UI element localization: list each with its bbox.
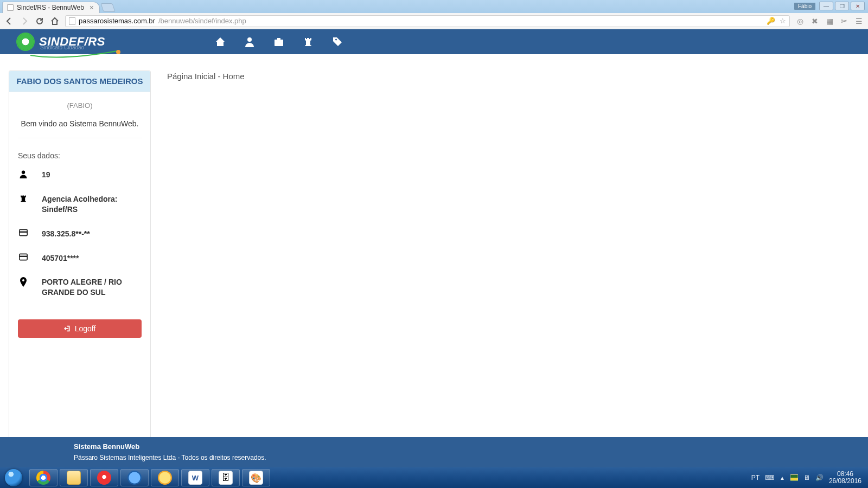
taskbar-app-thunderbird[interactable] (120, 469, 149, 486)
data-doc2-value: 405701**** (42, 253, 79, 264)
data-row-location: PORTO ALEGRE / RIO GRANDE DO SUL (18, 277, 142, 298)
window-maximize-button[interactable]: ❐ (835, 2, 849, 10)
folder-icon (67, 471, 81, 485)
thunderbird-icon (127, 471, 142, 485)
app-icon (97, 471, 111, 485)
forward-button[interactable] (20, 16, 29, 26)
extension-icon[interactable]: ✖ (810, 16, 820, 26)
welcome-text: Bem vindo ao Sistema BennuWeb. (18, 119, 142, 128)
extension-icon[interactable]: ◎ (795, 16, 805, 26)
address-bar[interactable]: passarosistemas.com.br/bennuweb/sindef/i… (65, 15, 790, 27)
tab-title: Sindef/RS - BennuWeb (17, 4, 84, 11)
close-tab-icon[interactable]: × (90, 4, 94, 11)
home-button[interactable] (50, 16, 60, 26)
data-row-id: 19 (18, 170, 142, 180)
tray-date: 26/08/2016 (829, 478, 861, 485)
site-icon (69, 17, 75, 25)
user-icon (18, 170, 29, 178)
tray-clock[interactable]: 08:46 26/08/2016 (829, 471, 861, 485)
app-icon (158, 471, 172, 485)
svg-rect-8 (20, 255, 27, 256)
word-icon: W (188, 471, 202, 485)
url-path: /bennuweb/sindef/index.php (158, 17, 246, 25)
save-password-icon[interactable]: 🔑 (767, 17, 775, 25)
taskbar-app-5[interactable] (151, 469, 179, 486)
browser-toolbar: passarosistemas.com.br/bennuweb/sindef/i… (0, 13, 868, 29)
taskbar-app-explorer[interactable] (60, 469, 88, 486)
chrome-user-badge[interactable]: Fábio (794, 3, 815, 10)
chrome-menu-button[interactable]: ☰ (854, 16, 864, 26)
window-minimize-button[interactable]: — (819, 2, 833, 10)
back-button[interactable] (4, 16, 14, 26)
app-logo[interactable]: SINDEF/RS Sindicato Cidadão (16, 33, 105, 51)
user-card-name: FABIO DOS SANTOS MEDEIROS (9, 71, 150, 92)
data-row-doc2: 405701**** (18, 253, 142, 264)
section-title: Seus dados: (18, 151, 142, 160)
user-nick: (FABIO) (18, 101, 142, 110)
breadcrumb: Página Inicial - Home (167, 70, 245, 488)
nav-home-icon[interactable] (214, 35, 227, 48)
logo-swoosh-icon (30, 50, 123, 60)
start-button[interactable] (0, 467, 27, 488)
logout-icon (64, 325, 72, 332)
data-id-value: 19 (42, 170, 50, 180)
tray-keyboard-icon[interactable]: ⌨ (765, 474, 774, 481)
new-tab-button[interactable] (100, 3, 115, 12)
windows-orb-icon (5, 469, 22, 486)
data-agency-value: Agencia Acolhedora: Sindef/RS (42, 194, 142, 215)
svg-point-1 (247, 37, 252, 42)
browser-titlebar: Sindef/RS - BennuWeb × Fábio — ❐ ✕ (0, 0, 868, 13)
nav-briefcase-icon[interactable] (272, 35, 285, 48)
nav-tag-icon[interactable] (331, 35, 344, 48)
data-row-agency: Agencia Acolhedora: Sindef/RS (18, 194, 142, 215)
nav-tower-icon[interactable] (302, 35, 315, 48)
reload-button[interactable] (35, 16, 44, 26)
pin-icon (18, 277, 29, 287)
taskbar-app-word[interactable]: W (181, 469, 209, 486)
extension-icon[interactable]: ✂ (839, 16, 849, 26)
tray-flag-icon[interactable] (790, 474, 798, 481)
browser-tab[interactable]: Sindef/RS - BennuWeb × (2, 2, 100, 13)
windows-taskbar: W 🗄 🎨 PT ⌨ ▲ 🖥 🔊 08:46 26/08/2016 (0, 467, 868, 488)
svg-rect-3 (277, 38, 280, 40)
svg-rect-2 (275, 40, 283, 46)
system-tray: PT ⌨ ▲ 🖥 🔊 08:46 26/08/2016 (751, 471, 868, 485)
url-host: passarosistemas.com.br (79, 17, 155, 25)
svg-point-0 (116, 50, 120, 54)
card-icon (18, 253, 29, 261)
logoff-button[interactable]: Logoff (18, 319, 142, 338)
bookmark-star-icon[interactable]: ☆ (780, 17, 786, 25)
svg-rect-6 (20, 231, 27, 232)
taskbar-app-7[interactable]: 🗄 (212, 469, 240, 486)
card-icon (18, 229, 29, 236)
taskbar-app-paint[interactable]: 🎨 (242, 469, 270, 486)
paint-icon: 🎨 (249, 471, 263, 485)
tray-expand-icon[interactable]: ▲ (780, 475, 785, 481)
taskbar-app-chrome[interactable] (29, 469, 58, 486)
footer-title: Sistema BennuWeb (74, 442, 868, 451)
page-icon (7, 4, 14, 11)
window-close-button[interactable]: ✕ (851, 2, 865, 10)
header-nav (214, 35, 344, 48)
extension-icon[interactable]: ▦ (825, 16, 834, 26)
chrome-icon (36, 471, 50, 485)
app-icon: 🗄 (219, 471, 233, 485)
taskbar-app-3[interactable] (90, 469, 118, 486)
logo-icon (16, 33, 35, 51)
tray-volume-icon[interactable]: 🔊 (815, 474, 824, 481)
app-header: SINDEF/RS Sindicato Cidadão (0, 29, 868, 54)
window-controls: Fábio — ❐ ✕ (794, 2, 865, 10)
tower-icon (18, 194, 29, 203)
nav-user-icon[interactable] (243, 35, 256, 48)
footer-copy: Pássaro Sistemas Inteligentes Ltda - Tod… (74, 454, 868, 461)
logoff-label: Logoff (75, 324, 96, 333)
divider (18, 138, 142, 138)
extension-icons: ◎ ✖ ▦ ✂ ☰ (795, 16, 864, 26)
data-doc1-value: 938.325.8**-** (42, 229, 90, 239)
data-row-doc1: 938.325.8**-** (18, 229, 142, 239)
data-location-value: PORTO ALEGRE / RIO GRANDE DO SUL (42, 277, 142, 298)
tray-network-icon[interactable]: 🖥 (803, 474, 810, 481)
user-card: FABIO DOS SANTOS MEDEIROS (FABIO) Bem vi… (9, 70, 151, 488)
tray-language[interactable]: PT (751, 474, 760, 481)
app-footer: Sistema BennuWeb Pássaro Sistemas Inteli… (0, 437, 868, 467)
